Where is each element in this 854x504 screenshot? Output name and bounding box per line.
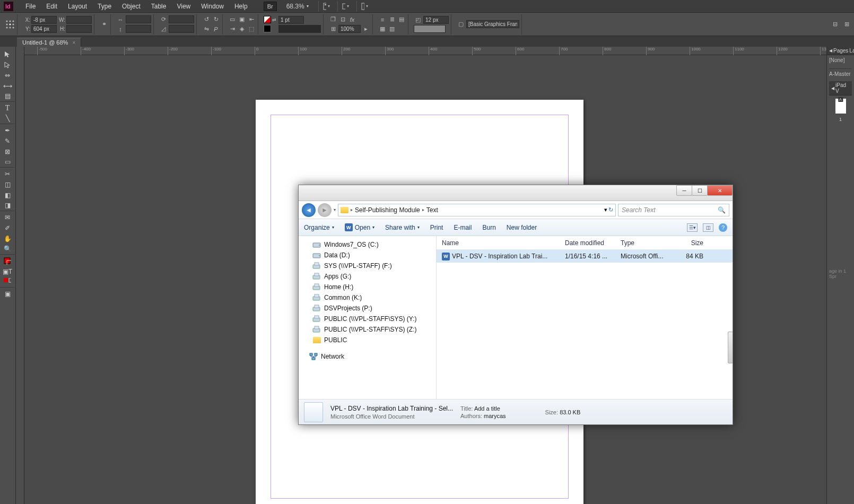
status-authors[interactable]: marycas	[484, 413, 506, 419]
menu-object[interactable]: Object	[117, 1, 146, 12]
vertical-ruler[interactable]	[16, 47, 24, 504]
flip-p-icon[interactable]: P	[212, 25, 220, 33]
fill-stroke-icon[interactable]	[0, 256, 15, 266]
y-input[interactable]	[31, 25, 57, 33]
nav-scrollbar[interactable]	[728, 332, 733, 363]
w-input[interactable]	[66, 16, 92, 24]
email-button[interactable]: E-mail	[454, 224, 472, 231]
refresh-icon[interactable]: ↻	[608, 206, 613, 213]
type-tool-icon[interactable]: T	[0, 103, 15, 114]
menu-file[interactable]: File	[20, 1, 41, 12]
minimize-button[interactable]: ─	[676, 185, 692, 196]
fx-icon[interactable]: fx	[348, 15, 356, 24]
corner-icon[interactable]: ◰	[414, 15, 422, 24]
navigation-pane[interactable]: Windows7_OS (C:)Data (D:)SYS (\\VPL-STAF…	[299, 236, 437, 399]
rotate-ccw-icon[interactable]: ↺	[202, 15, 211, 24]
content-collector-tool-icon[interactable]: ▤	[0, 91, 15, 102]
file-list[interactable]: Name Date modified Type Size WVPL - DSV …	[437, 236, 733, 399]
nav-item[interactable]: Home (H:)	[299, 282, 436, 292]
screen-mode-icon[interactable]	[337, 1, 351, 12]
panel-opt2-icon[interactable]: ⊞	[842, 20, 851, 29]
sel-next-icon[interactable]: ⇥	[228, 25, 237, 33]
forward-button[interactable]: ►	[318, 203, 332, 217]
scissors-tool-icon[interactable]: ✂	[0, 169, 15, 179]
view-mode-icon[interactable]: ▣	[0, 289, 15, 299]
nav-network[interactable]: Network	[299, 345, 436, 362]
x-input[interactable]	[31, 16, 57, 24]
gradient-feather-tool-icon[interactable]: ◨	[0, 201, 15, 211]
sel-content-icon[interactable]: ▣	[238, 15, 246, 24]
apply-color-icon[interactable]	[0, 277, 15, 288]
col-type[interactable]: Type	[615, 239, 673, 247]
corner-shape-input[interactable]	[414, 25, 446, 33]
nav-item[interactable]: Windows7_OS (C:)	[299, 239, 436, 250]
scale-x-input[interactable]	[126, 15, 151, 23]
master-none[interactable]: [None]	[829, 57, 852, 63]
nav-item[interactable]: Data (D:)	[299, 250, 436, 260]
link-icon[interactable]: ⚭	[100, 20, 108, 29]
align-left-icon[interactable]: ≡	[378, 15, 387, 24]
stroke-swatch[interactable]	[264, 25, 271, 32]
layout-ipad[interactable]: iPad V	[835, 82, 850, 94]
rectangle-frame-tool-icon[interactable]: ⊠	[0, 146, 15, 157]
menu-table[interactable]: Table	[146, 1, 172, 12]
eyedropper-tool-icon[interactable]: ✐	[0, 223, 15, 233]
wrap-none-icon[interactable]: ▤	[397, 15, 406, 24]
sel-prev-icon[interactable]: ⇤	[247, 15, 256, 24]
dialog-titlebar[interactable]: ─ ☐ ✕	[299, 185, 733, 201]
swap-icon[interactable]: ⇄	[272, 17, 277, 22]
menu-layout[interactable]: Layout	[63, 1, 92, 12]
selection-tool-icon[interactable]	[0, 49, 15, 59]
search-box[interactable]: Search Text 🔍	[618, 204, 729, 216]
menu-edit[interactable]: Edit	[41, 1, 63, 12]
menu-help[interactable]: Help	[229, 1, 253, 12]
breadcrumb-seg-1[interactable]: Text	[426, 206, 438, 214]
fit-content-icon[interactable]: ⊡	[338, 15, 347, 24]
stroke-weight-input[interactable]	[278, 16, 304, 24]
horizontal-ruler[interactable]: -500-400-300-200-10001002003004005006007…	[16, 47, 826, 55]
view-details-icon[interactable]: ☰▾	[687, 223, 698, 232]
direct-selection-tool-icon[interactable]	[0, 59, 15, 70]
wrap-jump-icon[interactable]: ▥	[388, 25, 396, 33]
maximize-button[interactable]: ☐	[692, 185, 708, 196]
status-title[interactable]: Add a title	[474, 405, 500, 412]
file-row[interactable]: WVPL - DSV - Inspiration Lab Trai... 1/1…	[437, 250, 733, 263]
close-button[interactable]: ✕	[707, 185, 733, 196]
object-style-input[interactable]	[466, 20, 519, 28]
hand-tool-icon[interactable]: ✋	[0, 233, 15, 244]
sel-content2-icon[interactable]: ◈	[238, 25, 246, 33]
nav-item[interactable]: PUBLIC (\\VPL-STAFF\SYS) (Z:)	[299, 324, 436, 335]
bridge-button[interactable]: Br	[264, 2, 277, 11]
close-tab-icon[interactable]: ×	[72, 40, 75, 46]
nav-item[interactable]: PUBLIC	[299, 335, 436, 345]
sel-container-icon[interactable]: ▭	[228, 15, 237, 24]
flip-h-icon[interactable]: ⇋	[202, 25, 211, 33]
rotate-cw-icon[interactable]: ↻	[212, 15, 220, 24]
corner-input[interactable]	[423, 16, 449, 24]
scale-y-input[interactable]	[126, 25, 151, 33]
search-icon[interactable]: 🔍	[718, 206, 726, 214]
breadcrumb-seg-0[interactable]: Self-Publishing Module	[355, 206, 420, 214]
page-thumbnail[interactable]: A	[835, 99, 846, 114]
stroke-style-input[interactable]	[278, 25, 321, 33]
master-a[interactable]: A-Master	[829, 68, 852, 77]
nav-item[interactable]: DSVProjects (P:)	[299, 303, 436, 314]
arrange-docs-icon[interactable]	[356, 1, 370, 12]
pen-tool-icon[interactable]: ✒	[0, 125, 15, 136]
zoom-tool-icon[interactable]: 🔍	[0, 244, 15, 255]
pencil-tool-icon[interactable]: ✎	[0, 136, 15, 146]
sel-frame-icon[interactable]: ⬚	[247, 25, 256, 33]
opacity-arrow-icon[interactable]: ▸	[362, 25, 370, 33]
burn-button[interactable]: Burn	[482, 224, 495, 231]
new-folder-button[interactable]: New folder	[507, 224, 537, 231]
col-name[interactable]: Name	[437, 239, 560, 247]
addr-dropdown-icon[interactable]: ▾	[604, 206, 607, 213]
pages-panel-title[interactable]: Pages	[833, 48, 848, 54]
view-options-icon[interactable]	[318, 1, 332, 12]
preview-pane-icon[interactable]: ◫	[703, 223, 713, 232]
shear-input[interactable]	[169, 25, 194, 33]
page-tool-icon[interactable]: ⇔	[0, 70, 15, 81]
organize-button[interactable]: Organize▾	[304, 224, 334, 231]
free-transform-tool-icon[interactable]: ◫	[0, 179, 15, 190]
address-bar[interactable]: ▸Self-Publishing Module ▸Text ▾↻	[338, 204, 616, 216]
